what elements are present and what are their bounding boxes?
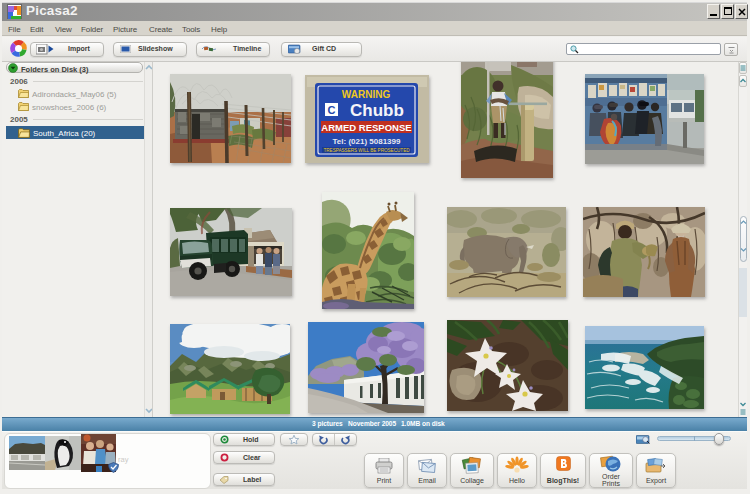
svg-text:C: C — [328, 104, 336, 116]
svg-text:ARMED RESPONSE: ARMED RESPONSE — [321, 122, 411, 133]
svg-text:Chubb: Chubb — [350, 101, 404, 120]
svg-text:Tel: (021) 5081399: Tel: (021) 5081399 — [333, 137, 401, 146]
svg-text:TRESPASSERS WILL BE PROSECUTED: TRESPASSERS WILL BE PROSECUTED — [323, 148, 410, 153]
svg-text:WARNING: WARNING — [342, 89, 391, 100]
